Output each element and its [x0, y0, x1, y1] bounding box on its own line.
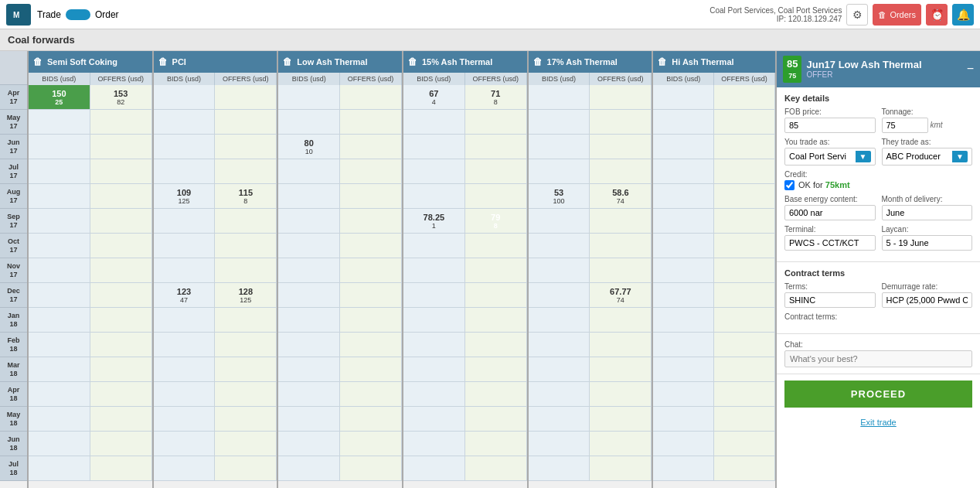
proceed-button[interactable]: PROCEED: [784, 381, 972, 408]
cell[interactable]: [529, 159, 590, 184]
cell[interactable]: [590, 135, 652, 159]
cell[interactable]: [154, 407, 216, 432]
cell[interactable]: [278, 333, 340, 357]
cell[interactable]: [653, 357, 714, 382]
cell[interactable]: [90, 159, 152, 184]
cell[interactable]: [529, 283, 590, 308]
cell[interactable]: [590, 234, 652, 258]
cell[interactable]: 12347: [154, 283, 216, 308]
cell[interactable]: [403, 357, 465, 382]
cell[interactable]: [340, 357, 402, 382]
cell[interactable]: [154, 110, 216, 135]
you-trade-arrow[interactable]: ▼: [856, 151, 871, 162]
cell[interactable]: 1158: [215, 184, 277, 209]
cell[interactable]: 8010: [278, 135, 340, 159]
cell[interactable]: [154, 258, 216, 283]
cell[interactable]: [465, 456, 527, 481]
cell[interactable]: [714, 85, 775, 110]
demurrage-input[interactable]: [882, 292, 973, 308]
cell[interactable]: [340, 283, 402, 308]
cell[interactable]: [590, 110, 652, 135]
cell[interactable]: [278, 234, 340, 258]
cell[interactable]: [653, 110, 714, 135]
cell[interactable]: [90, 357, 152, 382]
alert-button[interactable]: ⏰: [926, 4, 948, 26]
cell[interactable]: [714, 283, 775, 308]
cell[interactable]: [590, 308, 652, 333]
bell-button[interactable]: 🔔: [952, 4, 974, 26]
cell[interactable]: [90, 456, 152, 481]
cell[interactable]: [340, 456, 402, 481]
cell[interactable]: [529, 407, 590, 432]
cell[interactable]: [215, 135, 277, 159]
cell[interactable]: [29, 407, 90, 432]
cell[interactable]: [278, 184, 340, 209]
cell[interactable]: [403, 456, 465, 481]
cell[interactable]: [90, 258, 152, 283]
cell[interactable]: [465, 283, 527, 308]
cell[interactable]: [529, 85, 590, 110]
cell[interactable]: [29, 209, 90, 234]
cell[interactable]: [215, 357, 277, 382]
cell[interactable]: [403, 407, 465, 432]
cell[interactable]: [529, 456, 590, 481]
cell[interactable]: [340, 432, 402, 456]
cell[interactable]: [714, 407, 775, 432]
cell[interactable]: [29, 357, 90, 382]
cell[interactable]: [29, 110, 90, 135]
cell[interactable]: [90, 333, 152, 357]
cell[interactable]: [653, 283, 714, 308]
trash-low-ash[interactable]: 🗑: [283, 56, 292, 67]
cell[interactable]: [403, 308, 465, 333]
cell[interactable]: [590, 432, 652, 456]
toggle-switch[interactable]: [66, 9, 90, 20]
cell[interactable]: [653, 135, 714, 159]
cell[interactable]: [29, 432, 90, 456]
cell[interactable]: [714, 209, 775, 234]
cell[interactable]: [590, 258, 652, 283]
cell[interactable]: [90, 135, 152, 159]
cell[interactable]: [465, 159, 527, 184]
cell[interactable]: [154, 333, 216, 357]
cell[interactable]: 718: [465, 85, 527, 110]
cell[interactable]: [714, 432, 775, 456]
cell[interactable]: [529, 382, 590, 407]
cell[interactable]: [653, 85, 714, 110]
cell[interactable]: 15025: [29, 85, 90, 110]
cell[interactable]: [340, 308, 402, 333]
cell[interactable]: [340, 258, 402, 283]
cell[interactable]: [29, 456, 90, 481]
trash-pci[interactable]: 🗑: [158, 56, 168, 67]
cell[interactable]: [340, 333, 402, 357]
cell[interactable]: [403, 258, 465, 283]
cell[interactable]: [154, 382, 216, 407]
cell[interactable]: [465, 357, 527, 382]
cell[interactable]: [278, 283, 340, 308]
cell[interactable]: [465, 333, 527, 357]
cell[interactable]: [653, 407, 714, 432]
cell[interactable]: [215, 110, 277, 135]
cell[interactable]: [590, 159, 652, 184]
cell[interactable]: [154, 432, 216, 456]
cell[interactable]: [278, 209, 340, 234]
cell[interactable]: [529, 308, 590, 333]
cell[interactable]: [714, 333, 775, 357]
cell[interactable]: [653, 333, 714, 357]
cell[interactable]: [653, 159, 714, 184]
cell[interactable]: [215, 258, 277, 283]
cell[interactable]: [714, 234, 775, 258]
cell[interactable]: [714, 135, 775, 159]
cell[interactable]: [653, 432, 714, 456]
cell[interactable]: [154, 234, 216, 258]
trash-hi-ash[interactable]: 🗑: [658, 56, 667, 67]
cell[interactable]: [403, 184, 465, 209]
cell[interactable]: [403, 159, 465, 184]
credit-checkbox[interactable]: [784, 180, 795, 190]
cell[interactable]: [465, 258, 527, 283]
cell-active-offer[interactable]: 798: [465, 209, 527, 234]
cell[interactable]: [714, 184, 775, 209]
cell[interactable]: [90, 432, 152, 456]
cell[interactable]: [403, 135, 465, 159]
cell[interactable]: [714, 110, 775, 135]
exit-trade-link[interactable]: Exit trade: [777, 414, 980, 431]
